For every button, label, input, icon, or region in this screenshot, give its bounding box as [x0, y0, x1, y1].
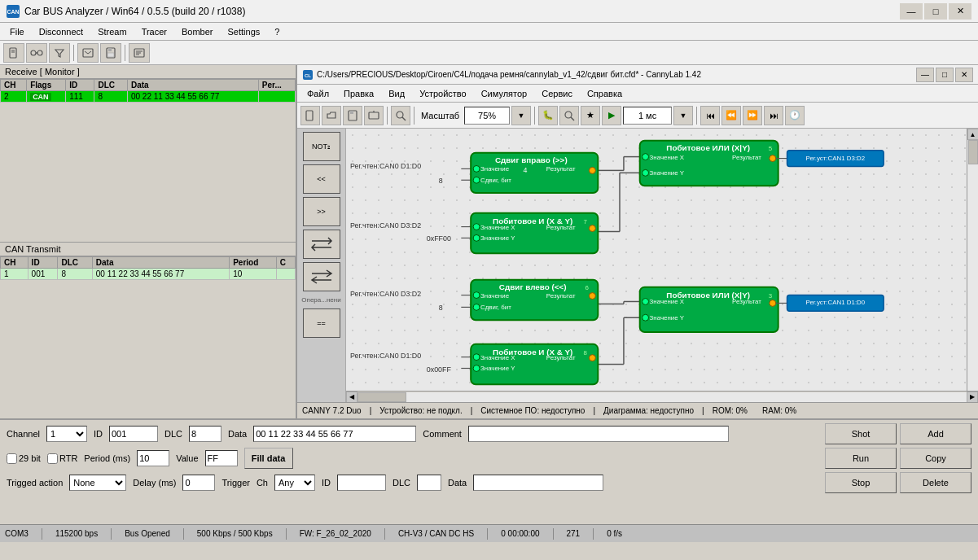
menu-stream[interactable]: Stream [91, 25, 133, 38]
bit29-checkbox[interactable] [7, 453, 17, 464]
scale-down-btn[interactable]: ▼ [511, 106, 531, 125]
canny-menu-device[interactable]: Устройство [413, 87, 473, 100]
status-sep1: | [370, 406, 372, 415]
canny-play-btn[interactable]: ▶ [602, 106, 621, 125]
copy-button[interactable]: Copy [900, 448, 971, 469]
comment-label: Comment [423, 429, 462, 439]
delete-button[interactable]: Delete [900, 472, 971, 493]
swap2-block-btn[interactable] [303, 262, 340, 291]
h-scroll-thumb[interactable] [357, 392, 406, 402]
comment-input[interactable] [468, 426, 729, 442]
canny-menu-view[interactable]: Вид [382, 87, 411, 100]
firmware-version: FW: F_26_02_2020 [300, 529, 371, 538]
canny-open-btn[interactable] [322, 106, 341, 125]
canny-bug-btn[interactable]: 🐛 [538, 106, 558, 125]
menu-settings[interactable]: Settings [221, 25, 267, 38]
scroll-right-btn[interactable]: ▶ [967, 392, 978, 403]
delay-input[interactable] [182, 475, 215, 491]
menu-tracer[interactable]: Tracer [135, 25, 173, 38]
canny-menu-edit[interactable]: Правка [337, 87, 380, 100]
canny-menu-file[interactable]: Файл [300, 87, 336, 100]
not2-block-btn[interactable]: NOT₂ [303, 132, 340, 161]
interval-down-btn[interactable]: ▼ [673, 106, 693, 125]
canny-save-btn[interactable] [343, 106, 362, 125]
shift-left-block-btn[interactable]: << [303, 164, 340, 194]
canny-prev-btn[interactable]: ⏪ [721, 106, 741, 125]
scroll-up-btn[interactable]: ▲ [967, 129, 979, 140]
bottom-row2: 29 bit RTR Period (ms) Value Fill data R… [7, 448, 971, 469]
canny-star-btn[interactable]: ★ [581, 106, 600, 125]
id2-label: ID [322, 478, 331, 488]
svg-point-103 [770, 300, 776, 306]
toolbar-filter-btn[interactable] [49, 43, 70, 63]
data-input[interactable] [253, 426, 416, 442]
tx-col-id: ID [28, 256, 58, 268]
canny-menu-help[interactable]: Справка [581, 87, 629, 100]
period-input[interactable] [137, 450, 169, 466]
diagram-canvas[interactable]: Рег.чтен:CAN0 D1:D0 8 Рег.чтен:CAN0 D3:D… [346, 129, 978, 402]
left-panel: Receive [ Monitor ] CH Flags ID DLC Data… [0, 65, 297, 418]
toolbar-new-btn[interactable] [3, 43, 24, 63]
svg-text:Сдвиг, бит: Сдвиг, бит [480, 177, 511, 184]
trigger-ch-select[interactable]: Any [274, 475, 315, 491]
status-bar-sep6 [487, 528, 488, 540]
bottom-row1: Channel 1 2 ID DLC Data Comment Shot Add [7, 423, 971, 444]
minimize-button[interactable]: — [900, 3, 923, 20]
vertical-scrollbar: ▲ ▼ [967, 129, 978, 402]
shift-right-block-btn[interactable]: >> [303, 197, 340, 226]
canny-maximize-btn[interactable]: □ [936, 68, 954, 82]
trigger-label: Trigger [221, 478, 249, 488]
canny-minimize-btn[interactable]: — [916, 68, 934, 82]
channel-select[interactable]: 1 2 [46, 426, 87, 442]
id2-input[interactable] [337, 475, 386, 491]
add-button[interactable]: Add [900, 423, 971, 444]
canny-next-btn[interactable]: ⏩ [743, 106, 762, 125]
scroll-left-btn[interactable]: ◀ [346, 392, 357, 403]
dlc2-input[interactable] [417, 475, 441, 491]
canny-titlebar: CL C:/Users/PRECIOUS/Desktop/Ciroen/C4L/… [297, 65, 978, 85]
swap-block-btn[interactable] [303, 230, 340, 259]
scroll-thumb[interactable] [968, 140, 978, 164]
menu-file[interactable]: File [3, 25, 31, 38]
canny-search2-btn[interactable] [559, 106, 579, 125]
canny-skip-end-btn[interactable]: ⏭ [764, 106, 783, 125]
menu-bomber[interactable]: Bomber [175, 25, 220, 38]
menu-disconnect[interactable]: Disconnect [33, 25, 90, 38]
eq-block-btn[interactable]: == [303, 308, 340, 338]
canny-menu-simulator[interactable]: Симулятор [475, 87, 534, 100]
canny-skip-start-btn[interactable]: ⏮ [700, 106, 720, 125]
dlc-input[interactable] [189, 426, 221, 442]
canny-menu-service[interactable]: Сервис [535, 87, 579, 100]
id-input[interactable] [109, 426, 158, 442]
canny-clock-btn[interactable]: 🕐 [785, 106, 805, 125]
toolbar-save-btn[interactable] [100, 43, 121, 63]
canny-export-btn[interactable] [364, 106, 384, 125]
toolbar-connect-btn[interactable] [26, 43, 47, 63]
maximize-button[interactable]: □ [924, 3, 947, 20]
scale-input[interactable] [464, 107, 510, 125]
canny-search-btn[interactable] [391, 106, 410, 125]
canny-toolbar-sep2 [414, 107, 414, 125]
menu-help[interactable]: ? [268, 25, 286, 38]
close-button[interactable]: ✕ [949, 3, 971, 20]
canny-new-btn[interactable] [300, 106, 320, 125]
delay-label: Delay (ms) [133, 478, 176, 488]
svg-point-98 [642, 299, 649, 305]
canny-close-btn[interactable]: ✕ [955, 68, 973, 82]
canvas-area: NOT₂ << >> Опера...нени == [297, 129, 978, 402]
svg-text:Рег.чтен:CAN0 D3:D2: Рег.чтен:CAN0 D3:D2 [350, 221, 421, 230]
toolbar-log-btn[interactable] [129, 43, 150, 63]
data2-input[interactable] [473, 475, 603, 491]
run-button[interactable]: Run [825, 448, 897, 469]
fill-data-button[interactable]: Fill data [244, 448, 293, 469]
interval-input[interactable] [623, 107, 672, 125]
rtr-checkbox[interactable] [47, 453, 58, 464]
stop-button[interactable]: Stop [825, 472, 897, 493]
toolbar-send-btn[interactable] [77, 43, 99, 63]
svg-point-6 [37, 50, 42, 55]
triggered-select[interactable]: None [69, 475, 126, 491]
shot-button[interactable]: Shot [825, 423, 897, 444]
channel-label: Channel [7, 429, 40, 439]
bottom-row3: Trigged action None Delay (ms) Trigger C… [7, 472, 971, 493]
value-input[interactable] [205, 450, 238, 466]
